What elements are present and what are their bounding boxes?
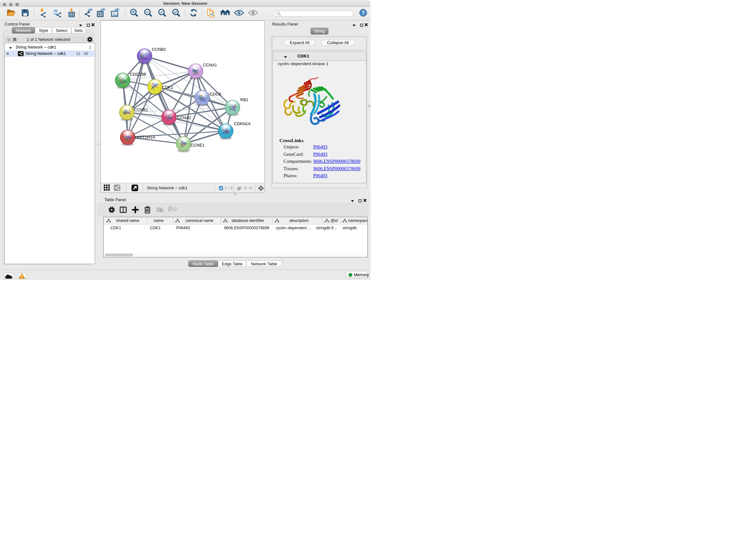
svg-text:CDC25B: CDC25B xyxy=(130,72,146,77)
svg-text:CCNE1: CCNE1 xyxy=(191,143,205,147)
svg-text:CCNA1: CCNA1 xyxy=(203,63,217,67)
svg-text:RB1: RB1 xyxy=(240,98,248,102)
svg-text:HIST1H1A: HIST1H1A xyxy=(135,135,155,139)
svg-text:CDKN1A: CDKN1A xyxy=(234,121,251,126)
svg-text:CCNB1: CCNB1 xyxy=(134,107,148,112)
svg-text:CDK1: CDK1 xyxy=(162,85,173,90)
svg-text:?: ? xyxy=(361,10,365,16)
svg-text:CCNB2: CCNB2 xyxy=(152,47,166,52)
svg-text:CDC6: CDC6 xyxy=(210,91,221,97)
svg-text:CCNA2: CCNA2 xyxy=(177,115,191,120)
